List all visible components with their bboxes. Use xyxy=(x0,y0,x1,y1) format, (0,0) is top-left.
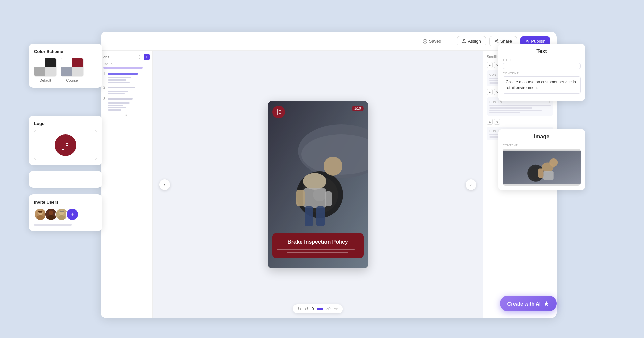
next-slide-btn[interactable]: › xyxy=(466,179,476,190)
color-scheme-card: Color Scheme Default Course xyxy=(29,44,102,88)
content-field-label: Content xyxy=(503,72,581,75)
content-lines-2 xyxy=(489,105,551,113)
svg-rect-48 xyxy=(60,211,64,212)
svg-point-44 xyxy=(49,211,53,215)
text-panel-card: Text TITLE Content Create a course on cu… xyxy=(498,44,585,101)
page-count-1: 0 xyxy=(312,307,314,311)
svg-point-43 xyxy=(47,215,54,220)
create-ai-button[interactable]: Create with AI xyxy=(500,296,557,311)
avatars-row: + xyxy=(34,208,97,221)
svg-line-5 xyxy=(496,40,497,41)
panel-up3-btn[interactable]: ∧ xyxy=(487,119,493,125)
text-panel-title: Text xyxy=(503,48,581,54)
canvas-area: ‹ › xyxy=(153,51,483,318)
slide-canvas: 1/10 Brake Inspection Policy xyxy=(268,101,368,268)
redo-btn[interactable]: ↺ xyxy=(305,306,308,311)
default-swatch-group: Default xyxy=(34,58,57,82)
progress-bar-container: 100 ÷5 xyxy=(103,63,150,69)
panel-menu-icon[interactable]: ⋮ xyxy=(138,55,142,59)
save-status: Saved xyxy=(423,39,441,44)
progress-label: 100 ÷5 xyxy=(103,63,150,66)
logo-title: Logo xyxy=(34,121,97,126)
svg-rect-56 xyxy=(503,151,581,184)
invite-title: Invite Users xyxy=(34,200,97,205)
create-ai-label: Create with AI xyxy=(507,301,541,307)
slide-item-3[interactable]: 3 xyxy=(103,97,150,111)
course-swatch-group: Course xyxy=(61,58,84,82)
slide-logo-badge xyxy=(272,106,285,118)
slide-item-2[interactable]: 2 xyxy=(103,86,150,94)
assign-button[interactable]: Assign xyxy=(457,36,486,46)
layout-btn[interactable]: ☍ xyxy=(326,306,331,311)
star-btn[interactable]: ☆ xyxy=(334,306,338,311)
color-swatches: Default Course xyxy=(34,58,97,82)
svg-line-6 xyxy=(496,42,497,42)
svg-point-3 xyxy=(495,41,496,42)
logo-circle xyxy=(55,134,76,156)
invite-name-line xyxy=(34,224,72,226)
slide-title: Brake Inspection Policy xyxy=(277,239,359,246)
image-preview xyxy=(503,149,581,186)
slide-sublines xyxy=(277,249,359,253)
panel-header: ons ⋮ + xyxy=(103,54,150,60)
progress-bar xyxy=(103,67,143,69)
slide-page-badge: 1/10 xyxy=(352,106,363,111)
saved-label: Saved xyxy=(429,39,441,44)
main-editor-card: Saved ⋮ Assign Share Publish ons ⋮ + xyxy=(101,32,557,318)
logo-card: Logo xyxy=(29,116,102,165)
bottom-page-label: ■ xyxy=(103,113,150,117)
image-content-label: CONTENT xyxy=(503,144,581,147)
editor-toolbar: Saved ⋮ Assign Share Publish xyxy=(101,32,557,51)
left-slides-panel: ons ⋮ + 100 ÷5 1 xyxy=(101,51,153,318)
slide-content-box: Brake Inspection Policy xyxy=(272,233,364,258)
undo-btn[interactable]: ↻ xyxy=(298,306,301,311)
editor-body: ons ⋮ + 100 ÷5 1 xyxy=(101,51,557,318)
panel-up2-btn[interactable]: ∧ xyxy=(487,89,493,95)
svg-point-4 xyxy=(497,42,498,43)
color-scheme-title: Color Scheme xyxy=(34,49,97,54)
svg-point-47 xyxy=(58,215,65,220)
slide-item-1[interactable]: 1 xyxy=(103,72,150,83)
panel-down3-btn[interactable]: ∨ xyxy=(494,119,500,125)
small-empty-card xyxy=(29,171,102,188)
add-user-btn[interactable]: + xyxy=(66,208,79,221)
title-field-label: TITLE xyxy=(503,58,581,62)
svg-point-38 xyxy=(37,215,44,220)
add-slide-btn[interactable]: + xyxy=(144,54,150,60)
canvas-bottom-bar: ↻ ↺ 0 ☍ ☆ xyxy=(293,304,343,313)
panel-arrows-3: ∧ ∨ xyxy=(487,119,553,125)
svg-point-1 xyxy=(463,40,465,41)
prev-slide-btn[interactable]: ‹ xyxy=(159,179,170,190)
content-text-input[interactable]: Create a course on customer service in r… xyxy=(503,76,581,94)
svg-marker-57 xyxy=(544,301,549,306)
default-swatch-label: Default xyxy=(40,78,51,82)
more-options-btn[interactable]: ⋮ xyxy=(445,38,453,45)
panel-label: ons xyxy=(103,55,109,59)
default-swatch-grid[interactable] xyxy=(34,58,57,77)
invite-users-card: Invite Users xyxy=(29,194,102,231)
panel-up-btn[interactable]: ∧ xyxy=(487,62,493,68)
course-swatch-label: Course xyxy=(66,78,78,82)
svg-rect-40 xyxy=(38,211,43,212)
logo-preview[interactable] xyxy=(34,130,97,160)
svg-point-2 xyxy=(497,39,498,40)
image-panel-title: Image xyxy=(503,134,581,140)
image-panel-card: Image CONTENT xyxy=(498,129,585,190)
page-indicator-dot xyxy=(317,308,323,310)
title-input[interactable] xyxy=(503,63,581,69)
course-swatch-grid[interactable] xyxy=(61,58,84,77)
